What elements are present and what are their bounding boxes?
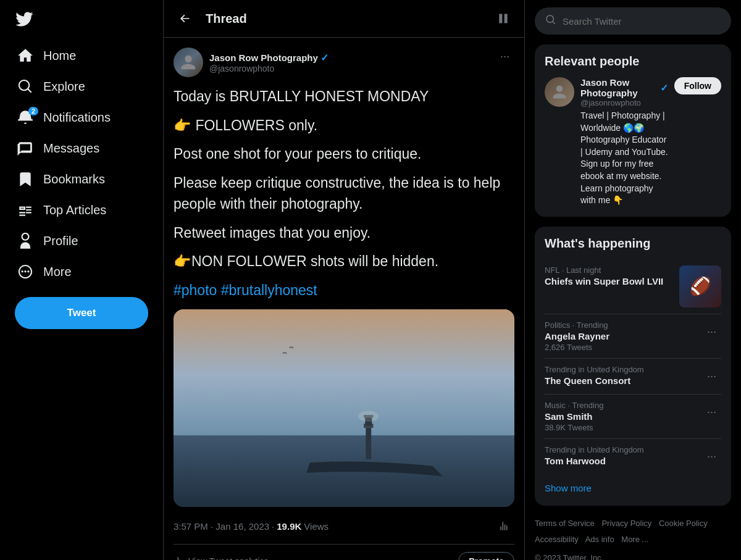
sidebar-item-bookmarks[interactable]: Bookmarks: [7, 164, 156, 194]
twitter-logo[interactable]: [7, 2, 156, 38]
search-bar[interactable]: [535, 7, 731, 35]
trending-item-queen[interactable]: Trending in United Kingdom The Queen Con…: [545, 359, 721, 395]
sidebar-item-profile[interactable]: Profile: [7, 225, 156, 256]
search-input[interactable]: [563, 16, 721, 27]
tweet-line-4: Please keep critique constructive, the i…: [174, 172, 514, 215]
relevant-people-card: Relevant people Jason Row Photography ✓ …: [535, 44, 731, 217]
back-arrow-icon: [178, 12, 191, 25]
nfl-image: 🏈: [679, 265, 721, 307]
sidebar-item-explore[interactable]: Explore: [7, 71, 156, 102]
messages-label: Messages: [43, 141, 99, 156]
messages-icon: [17, 140, 33, 156]
whats-happening-title: What's happening: [545, 236, 721, 251]
sidebar-item-messages[interactable]: Messages: [7, 133, 156, 164]
tweet-text: Today is BRUTALLY HONEST MONDAY 👉 FOLLOW…: [174, 86, 514, 301]
right-sidebar: Relevant people Jason Row Photography ✓ …: [525, 0, 741, 560]
home-label: Home: [43, 49, 76, 63]
hashtag-brutallyhonest[interactable]: #brutallyhonest: [221, 282, 317, 298]
bookmarks-icon: [17, 171, 33, 187]
footer-privacy[interactable]: Privacy Policy: [601, 519, 651, 528]
footer-more[interactable]: More ...: [621, 535, 648, 544]
sidebar-item-notifications[interactable]: 2 Notifications: [7, 102, 156, 133]
deck-view-button[interactable]: [492, 7, 514, 30]
trending-angela-topic: Angela Rayner: [545, 331, 609, 341]
follow-button[interactable]: Follow: [674, 77, 721, 94]
relevant-avatar-icon: [551, 84, 567, 100]
back-button[interactable]: [174, 7, 196, 30]
share-stats-icon: [498, 520, 509, 532]
tweet-line-5: Retweet images that you enjoy.: [174, 222, 514, 244]
trending-item-sam[interactable]: Music · Trending Sam Smith 38.9K Tweets …: [545, 395, 721, 439]
trending-row-angela: Politics · Trending Angela Rayner 2,626 …: [545, 320, 721, 352]
tweet-more-button[interactable]: ···: [495, 48, 514, 65]
author-avatar[interactable]: [174, 48, 203, 77]
notifications-label: Notifications: [43, 111, 111, 125]
show-more-link[interactable]: Show more: [545, 474, 721, 496]
tweet-line-1: Today is BRUTALLY HONEST MONDAY: [174, 86, 514, 107]
footer-copyright: © 2023 Twitter, Inc.: [535, 550, 731, 560]
avatar-photo-icon: [180, 54, 197, 71]
sidebar-item-home[interactable]: Home: [7, 40, 156, 71]
author-name: Jason Row Photography ✓: [209, 52, 329, 64]
trending-item-tom[interactable]: Trending in United Kingdom Tom Harwood ·…: [545, 439, 721, 474]
relevant-person-avatar[interactable]: [545, 77, 574, 107]
top-articles-label: Top Articles: [43, 203, 106, 217]
trending-row-sam: Music · Trending Sam Smith 38.9K Tweets …: [545, 401, 721, 432]
main-content: Thread Jason Row Photography ✓: [164, 0, 525, 560]
promote-button[interactable]: Promote: [458, 552, 514, 560]
trending-sam-count: 38.9K Tweets: [545, 423, 603, 432]
trending-tom-more-button[interactable]: ···: [702, 445, 721, 468]
footer: Terms of Service Privacy Policy Cookie P…: [535, 516, 731, 560]
footer-ads[interactable]: Ads info: [585, 535, 614, 544]
trending-angela-more-button[interactable]: ···: [702, 320, 721, 343]
tweet-button[interactable]: Tweet: [15, 297, 148, 329]
trending-sam-text: Music · Trending Sam Smith 38.9K Tweets: [545, 401, 603, 432]
trending-item-nfl[interactable]: NFL · Last night Chiefs win Super Bowl L…: [545, 259, 721, 314]
trending-angela-category: Politics · Trending: [545, 320, 609, 330]
profile-label: Profile: [43, 234, 78, 248]
views-count: 19.9K: [277, 521, 301, 532]
trending-angela-count: 2,626 Tweets: [545, 343, 609, 352]
tweet-author: Jason Row Photography ✓ @jasonrowphoto: [174, 48, 329, 77]
home-icon: [17, 48, 33, 64]
analytics-icon: [174, 556, 185, 560]
analytics-label: View Tweet analytics: [188, 556, 268, 560]
sidebar-item-top-articles[interactable]: Top Articles: [7, 194, 156, 225]
profile-icon: [17, 233, 33, 249]
deck-icon: [497, 12, 509, 25]
tweet-line-6: 👉NON FOLLOWER shots will be hidden.: [174, 251, 514, 272]
left-sidebar: Home Explore 2 Notifications Messages Bo…: [0, 0, 164, 560]
footer-terms[interactable]: Terms of Service: [535, 519, 595, 528]
share-stats-button[interactable]: [493, 516, 514, 537]
tweet-header-row: Jason Row Photography ✓ @jasonrowphoto ·…: [174, 48, 514, 77]
tweet-image[interactable]: [174, 309, 514, 507]
thread-header-actions: [492, 7, 514, 30]
trending-tom-text: Trending in United Kingdom Tom Harwood: [545, 445, 644, 467]
verified-badge: ✓: [320, 52, 329, 64]
top-articles-icon: [17, 202, 33, 218]
landscape-svg: [174, 309, 514, 507]
explore-icon: [17, 78, 33, 94]
relevant-person-handle: @jasonrowphoto: [580, 98, 668, 107]
thread-header: Thread: [164, 0, 524, 38]
relevant-person-name: Jason Row Photography ✓: [580, 77, 668, 98]
trending-queen-more-button[interactable]: ···: [702, 365, 721, 388]
tweet-meta: 3:57 PM · Jan 16, 2023 · 19.9K Views: [174, 516, 514, 537]
tweet-hashtags[interactable]: #photo #brutallyhonest: [174, 280, 514, 301]
trending-row-tom: Trending in United Kingdom Tom Harwood ·…: [545, 445, 721, 468]
sidebar-item-more[interactable]: More: [7, 256, 156, 287]
footer-cookie[interactable]: Cookie Policy: [659, 519, 708, 528]
svg-point-6: [358, 411, 379, 422]
analytics-row: View Tweet analytics Promote: [174, 544, 514, 560]
more-icon: [17, 264, 33, 280]
footer-accessibility[interactable]: Accessibility: [535, 535, 579, 544]
thread-title: Thread: [206, 12, 247, 26]
view-analytics-link[interactable]: View Tweet analytics: [174, 556, 268, 560]
trending-queen-text: Trending in United Kingdom The Queen Con…: [545, 365, 644, 387]
relevant-person: Jason Row Photography ✓ @jasonrowphoto T…: [545, 77, 721, 207]
hashtag-photo[interactable]: #photo: [174, 282, 217, 298]
whats-happening-card: What's happening NFL · Last night Chiefs…: [535, 227, 731, 506]
trending-nfl-topic: Chiefs win Super Bowl LVII: [545, 276, 663, 286]
trending-item-angela[interactable]: Politics · Trending Angela Rayner 2,626 …: [545, 314, 721, 359]
trending-sam-more-button[interactable]: ···: [702, 401, 721, 424]
